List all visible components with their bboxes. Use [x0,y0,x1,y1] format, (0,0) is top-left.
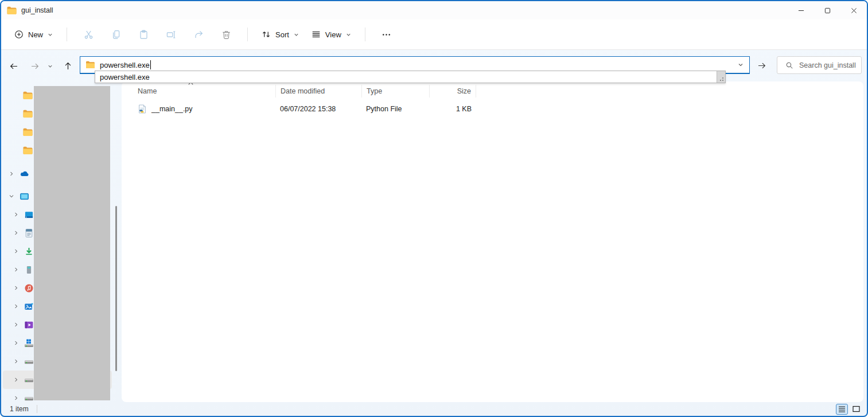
details-view-button[interactable] [836,404,848,415]
chevron-right-icon[interactable] [11,302,21,311]
desktop-icon [24,210,34,220]
go-icon [757,61,766,71]
chevron-right-icon[interactable] [11,283,21,293]
minimize-icon [798,7,804,14]
new-button-label: New [28,30,43,39]
folder-icon [23,91,33,100]
status-divider [37,405,37,413]
music-icon [24,283,34,293]
chevron-right-icon[interactable] [11,228,21,237]
up-icon [63,61,73,71]
share-button[interactable] [187,24,210,45]
view-button[interactable]: View [305,25,357,44]
file-name-cell[interactable]: __main__.py [133,104,275,114]
chevron-right-icon[interactable] [7,169,16,178]
go-button[interactable] [753,58,769,73]
downloads-icon [24,247,34,256]
folder-icon [7,6,17,15]
details-view-icon [838,406,846,412]
large-icons-view-icon [853,406,860,412]
close-button[interactable] [840,1,867,20]
sidebar-scrollbar[interactable] [115,206,117,371]
chevron-down-icon [293,32,299,38]
window-title: gui_install [21,6,53,14]
cut-button[interactable] [77,24,100,45]
large-icons-view-button[interactable] [850,404,862,415]
file-row[interactable]: __main__.py 06/07/2022 15:38 Python File… [122,102,863,116]
view-lines-icon [311,29,321,40]
address-dropdown-chevron-icon[interactable] [737,61,744,68]
videos-icon [24,320,34,330]
back-button[interactable] [7,59,21,73]
autocomplete-dropdown: powershell.exe [95,71,726,83]
column-header-name[interactable]: Name [133,85,275,98]
drive-icon [24,357,34,367]
window-controls [788,1,867,20]
chevron-right-icon[interactable] [11,265,21,274]
new-button[interactable]: New [8,25,59,44]
this-pc-icon [20,192,29,201]
view-button-label: View [325,30,341,39]
recent-locations-button[interactable] [46,59,54,73]
copy-icon [111,29,122,40]
pictures-icon [24,302,34,311]
status-bar: 1 item [1,402,867,416]
chevron-right-icon[interactable] [11,210,21,219]
drive-icon [24,375,34,385]
chevron-right-icon[interactable] [11,247,21,256]
search-input[interactable]: Search gui_install [777,56,862,74]
column-header-date-modified[interactable]: Date modified [275,85,361,98]
toolbar-divider [365,28,365,41]
sort-button-label: Sort [275,30,289,39]
folder-icon [85,61,95,69]
see-more-button[interactable] [375,24,398,45]
rename-button[interactable] [159,24,182,45]
folder-icon [23,146,33,155]
file-type-cell: Python File [361,105,429,113]
column-header-size[interactable]: Size [429,85,476,98]
file-date-cell: 06/07/2022 15:38 [275,105,361,113]
text-caret [150,60,151,69]
chevron-right-icon[interactable] [11,357,21,366]
sort-button[interactable]: Sort [255,25,305,44]
chevron-right-icon[interactable] [11,338,21,348]
command-bar: New Sort View [1,20,867,50]
up-button[interactable] [61,59,75,73]
file-name: __main__.py [151,105,193,113]
titlebar: gui_install [1,1,867,20]
forward-button[interactable] [28,59,41,73]
plus-circle-icon [14,29,24,40]
cut-icon [83,29,94,40]
explorer-body: Name Date modified Type Size __main__.py… [1,81,867,402]
toolbar-divider [67,28,67,41]
file-list-pane: Name Date modified Type Size __main__.py… [122,81,863,402]
back-icon [9,61,19,71]
search-icon [785,61,793,69]
chevron-right-icon[interactable] [11,375,21,384]
share-icon [193,29,204,40]
column-header-type[interactable]: Type [361,85,429,98]
python-file-icon [138,104,147,114]
os-drive-icon [24,338,34,348]
autocomplete-suggestion[interactable]: powershell.exe [100,73,150,81]
minimize-button[interactable] [788,1,814,20]
delete-icon [221,29,232,40]
maximize-button[interactable] [814,1,840,20]
forward-icon [30,61,40,71]
onedrive-icon [20,169,29,179]
navigation-pane [1,81,122,402]
paste-button[interactable] [132,24,155,45]
close-icon [851,7,857,14]
resize-grip[interactable] [717,71,725,83]
copy-button[interactable] [104,24,127,45]
chevron-right-icon[interactable] [11,393,21,403]
column-headers: Name Date modified Type Size [122,84,863,99]
chevron-down-icon[interactable] [7,192,16,201]
maximize-icon [824,7,831,14]
chevron-down-icon [47,32,53,38]
sort-icon [261,29,271,40]
delete-button[interactable] [215,24,238,45]
search-placeholder: Search gui_install [799,61,856,69]
chevron-right-icon[interactable] [11,320,21,329]
address-input-text[interactable]: powershell.exe [100,61,150,69]
